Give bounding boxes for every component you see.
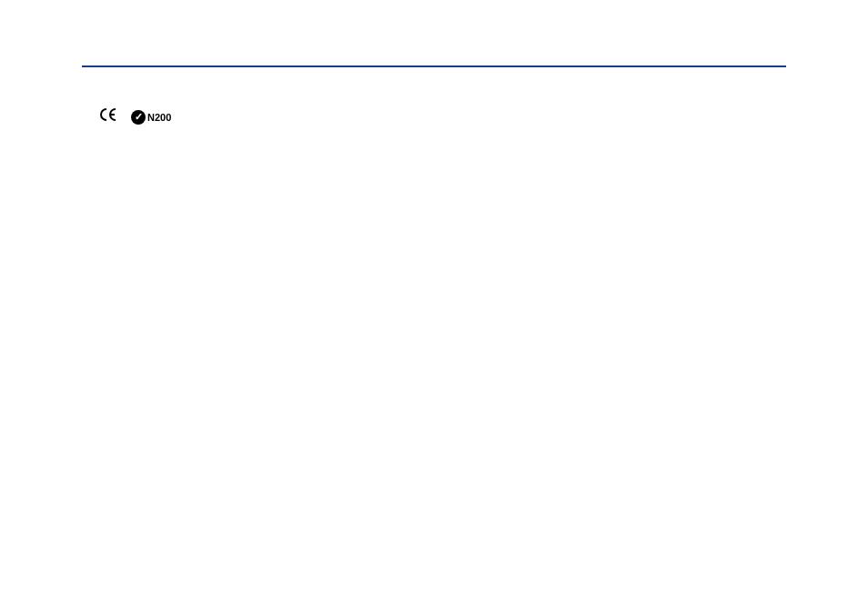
ctick-icon — [131, 110, 146, 125]
horizontal-divider — [82, 65, 786, 67]
compliance-marks-row: N200 — [100, 107, 786, 126]
ce-mark-icon — [100, 107, 118, 126]
page-content: N200 — [0, 0, 868, 126]
ctick-number: N200 — [147, 112, 171, 123]
ce-logo-icon — [100, 107, 118, 122]
ctick-mark: N200 — [131, 110, 171, 125]
